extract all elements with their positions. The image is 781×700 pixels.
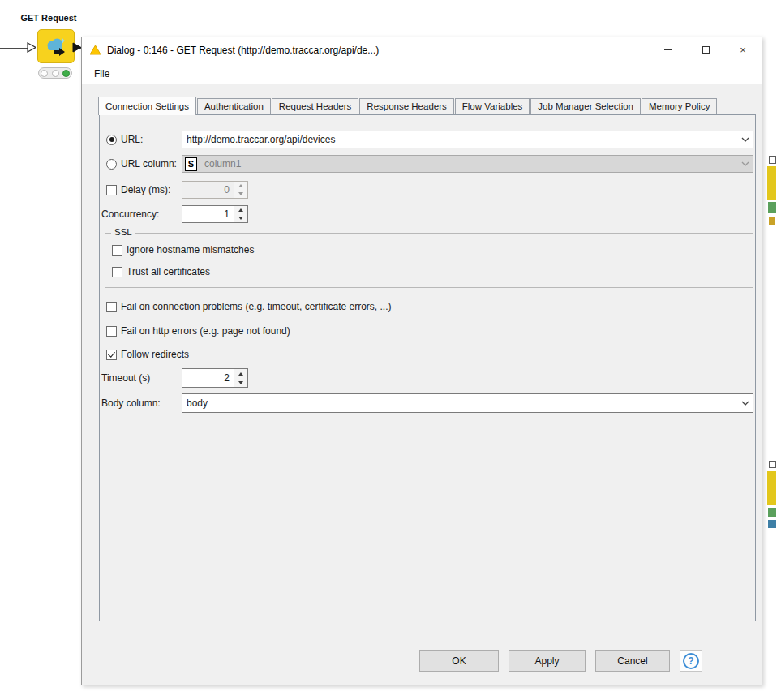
ignore-hostname-label: Ignore hostname mismatches xyxy=(127,244,254,256)
traffic-green-icon xyxy=(62,70,70,77)
traffic-red-icon xyxy=(41,70,48,77)
spinner-down-icon[interactable] xyxy=(234,214,247,222)
connection-settings-panel: URL: http://demo.traccar.org/api/devices… xyxy=(99,114,756,621)
timeout-value[interactable]: 2 xyxy=(182,369,234,387)
cancel-button[interactable]: Cancel xyxy=(595,650,670,672)
input-connector-line xyxy=(0,48,28,49)
timeout-spinner[interactable]: 2 xyxy=(182,368,248,388)
input-port-icon[interactable] xyxy=(27,42,36,55)
cloud-download-icon xyxy=(43,35,69,58)
spinner-down-icon[interactable] xyxy=(234,378,247,387)
node-traffic-light xyxy=(38,67,72,79)
trust-all-certificates-label: Trust all certificates xyxy=(127,266,210,277)
delay-checkbox[interactable] xyxy=(106,185,117,195)
follow-redirects-label: Follow redirects xyxy=(121,349,189,360)
tab-authentication[interactable]: Authentication xyxy=(197,98,271,114)
maximize-button[interactable] xyxy=(687,37,724,62)
fail-on-http-errors-checkbox[interactable] xyxy=(106,326,117,337)
tab-memory-policy[interactable]: Memory Policy xyxy=(642,98,717,114)
minimize-icon xyxy=(664,49,672,50)
background-node-fragment xyxy=(769,156,776,164)
tab-connection-settings[interactable]: Connection Settings xyxy=(98,97,196,115)
background-node-fragment xyxy=(768,520,776,528)
tab-flow-variables[interactable]: Flow Variables xyxy=(455,98,530,114)
url-column-value: column1 xyxy=(200,158,738,170)
apply-button[interactable]: Apply xyxy=(509,650,586,672)
dialog-content: Connection Settings Authentication Reque… xyxy=(82,84,762,685)
title-bar[interactable]: Dialog - 0:146 - GET Request (http://dem… xyxy=(82,37,762,62)
menu-bar: File xyxy=(82,62,762,85)
close-icon: × xyxy=(740,45,746,55)
spinner-up-icon xyxy=(234,182,247,190)
fail-on-connection-problems-label: Fail on connection problems (e.g. timeou… xyxy=(121,301,391,312)
tab-strip: Connection Settings Authentication Reque… xyxy=(98,97,718,114)
traffic-yellow-icon xyxy=(52,70,59,77)
tab-job-manager-selection[interactable]: Job Manager Selection xyxy=(530,98,641,114)
background-node-fragment xyxy=(767,471,776,505)
spinner-down-icon xyxy=(234,190,247,198)
delay-label: Delay (ms): xyxy=(121,184,170,195)
body-column-combobox[interactable]: body xyxy=(182,393,753,413)
url-label: URL: xyxy=(121,134,143,145)
ok-button[interactable]: OK xyxy=(419,650,499,672)
ssl-group-title: SSL xyxy=(111,227,135,237)
concurrency-label: Concurrency: xyxy=(101,208,159,220)
knime-warning-triangle-icon xyxy=(89,45,101,55)
help-icon: ? xyxy=(683,653,699,669)
maximize-icon xyxy=(702,46,710,54)
timeout-label: Timeout (s) xyxy=(101,372,150,384)
trust-all-certificates-checkbox[interactable] xyxy=(112,267,122,277)
url-value[interactable]: http://demo.traccar.org/api/devices xyxy=(182,134,738,145)
ignore-hostname-checkbox[interactable] xyxy=(112,245,122,256)
help-button[interactable]: ? xyxy=(680,650,702,672)
delay-spinner: 0 xyxy=(182,181,248,199)
chevron-down-icon[interactable] xyxy=(738,401,753,406)
minimize-button[interactable] xyxy=(650,37,687,62)
fail-on-connection-problems-checkbox[interactable] xyxy=(106,302,117,312)
tab-response-headers[interactable]: Response Headers xyxy=(359,98,453,114)
url-radio[interactable] xyxy=(106,135,117,145)
body-column-value[interactable]: body xyxy=(182,397,738,409)
url-column-label: URL column: xyxy=(121,158,177,170)
spinner-up-icon[interactable] xyxy=(234,206,247,214)
close-button[interactable]: × xyxy=(724,37,762,62)
spinner-up-icon[interactable] xyxy=(234,369,247,378)
fail-on-http-errors-label: Fail on http errors (e.g. page not found… xyxy=(121,325,290,337)
url-column-radio[interactable] xyxy=(106,159,117,170)
background-node-fragment xyxy=(768,508,776,517)
concurrency-value[interactable]: 1 xyxy=(182,206,234,222)
follow-redirects-checkbox[interactable] xyxy=(106,350,117,360)
url-column-combobox: S column1 xyxy=(182,155,753,173)
chevron-down-icon[interactable] xyxy=(738,137,753,142)
chevron-down-icon xyxy=(738,161,753,166)
menu-file[interactable]: File xyxy=(89,66,114,82)
ssl-groupbox: SSL Ignore hostname mismatches Trust all… xyxy=(105,233,753,288)
background-node-fragment xyxy=(769,461,776,468)
dialog-window: Dialog - 0:146 - GET Request (http://dem… xyxy=(81,37,762,685)
background-node-fragment xyxy=(769,217,775,225)
background-node-fragment xyxy=(767,166,776,200)
node-label: GET Request xyxy=(0,13,97,23)
dialog-title: Dialog - 0:146 - GET Request (http://dem… xyxy=(107,45,379,56)
url-combobox[interactable]: http://demo.traccar.org/api/devices xyxy=(182,131,753,148)
node-icon[interactable] xyxy=(37,29,75,63)
string-type-icon: S xyxy=(185,157,197,171)
concurrency-spinner[interactable]: 1 xyxy=(182,205,248,223)
background-node-fragment xyxy=(768,202,776,213)
dialog-button-row: OK Apply Cancel ? xyxy=(419,650,702,672)
delay-value: 0 xyxy=(182,182,234,198)
body-column-label: Body column: xyxy=(101,397,161,409)
tab-request-headers[interactable]: Request Headers xyxy=(272,98,359,114)
